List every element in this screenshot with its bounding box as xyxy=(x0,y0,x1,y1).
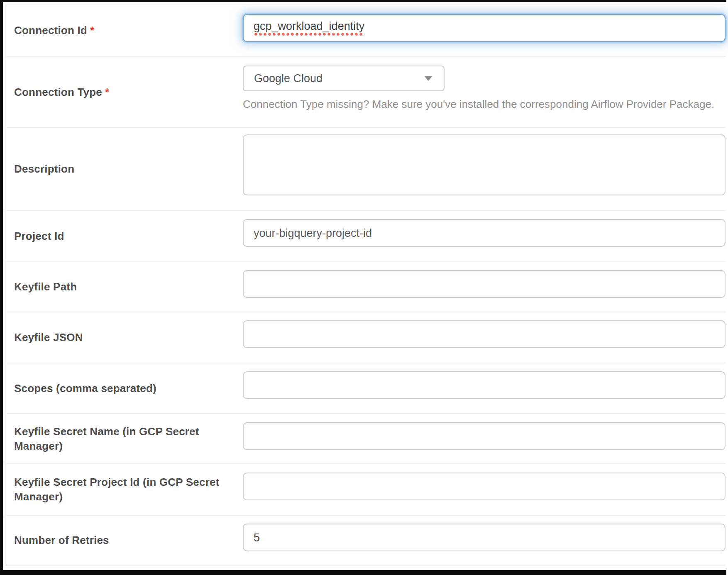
connection-type-label-text: Connection Type xyxy=(14,86,102,98)
description-label: Description xyxy=(14,162,74,176)
row-description: Description xyxy=(6,127,726,210)
scopes-label: Scopes (comma separated) xyxy=(14,381,156,396)
required-asterisk: * xyxy=(105,86,109,98)
connection-id-input[interactable]: gcp_workload_identity xyxy=(243,14,726,42)
connection-id-label-text: Connection Id xyxy=(14,24,87,37)
keyfile-path-label: Keyfile Path xyxy=(14,280,77,294)
connection-edit-form-screenshot: Connection Id* gcp_workload_identity Con… xyxy=(0,0,728,575)
project-id-input[interactable]: your-bigquery-project-id xyxy=(243,219,726,247)
frame-border-left xyxy=(0,0,3,575)
row-number-of-retries: Number of Retries 5 xyxy=(6,515,726,565)
keyfile-secret-project-id-label: Keyfile Secret Project Id (in GCP Secret… xyxy=(14,475,219,504)
row-keyfile-path: Keyfile Path xyxy=(6,261,726,312)
keyfile-path-input[interactable] xyxy=(243,270,726,298)
scopes-input[interactable] xyxy=(243,371,726,399)
keyfile-json-label: Keyfile JSON xyxy=(14,330,83,345)
keyfile-secret-name-label: Keyfile Secret Name (in GCP Secret Manag… xyxy=(14,424,199,453)
project-id-value: your-bigquery-project-id xyxy=(254,227,372,239)
number-of-retries-input[interactable]: 5 xyxy=(243,524,726,551)
project-id-label: Project Id xyxy=(14,229,64,244)
row-connection-id: Connection Id* gcp_workload_identity xyxy=(6,5,726,56)
connection-type-helper-text: Connection Type missing? Make sure you'v… xyxy=(243,97,726,111)
keyfile-secret-name-input[interactable] xyxy=(243,422,726,450)
row-keyfile-secret-project-id: Keyfile Secret Project Id (in GCP Secret… xyxy=(6,463,726,515)
keyfile-secret-project-id-input[interactable] xyxy=(243,473,726,500)
row-connection-type: Connection Type* Google Cloud Connection… xyxy=(6,56,726,127)
required-asterisk: * xyxy=(90,24,94,37)
description-textarea[interactable] xyxy=(243,134,726,195)
row-scopes: Scopes (comma separated) xyxy=(6,363,726,413)
number-of-retries-label: Number of Retries xyxy=(14,533,109,548)
frame-border-top xyxy=(0,0,726,2)
keyfile-json-input[interactable] xyxy=(243,320,726,348)
connection-id-value: gcp_workload_identity xyxy=(254,20,364,36)
frame-border-bottom xyxy=(0,570,726,575)
connection-type-select[interactable]: Google Cloud xyxy=(243,66,445,91)
number-of-retries-value: 5 xyxy=(254,531,260,544)
connection-id-label: Connection Id* xyxy=(14,23,94,38)
connection-type-selected-value: Google Cloud xyxy=(254,72,322,85)
row-keyfile-secret-name: Keyfile Secret Name (in GCP Secret Manag… xyxy=(6,413,726,463)
connection-form: Connection Id* gcp_workload_identity Con… xyxy=(5,4,726,565)
chevron-down-icon xyxy=(425,76,432,81)
row-keyfile-json: Keyfile JSON xyxy=(6,312,726,363)
connection-type-label: Connection Type* xyxy=(14,85,109,100)
row-project-id: Project Id your-bigquery-project-id xyxy=(6,210,726,261)
